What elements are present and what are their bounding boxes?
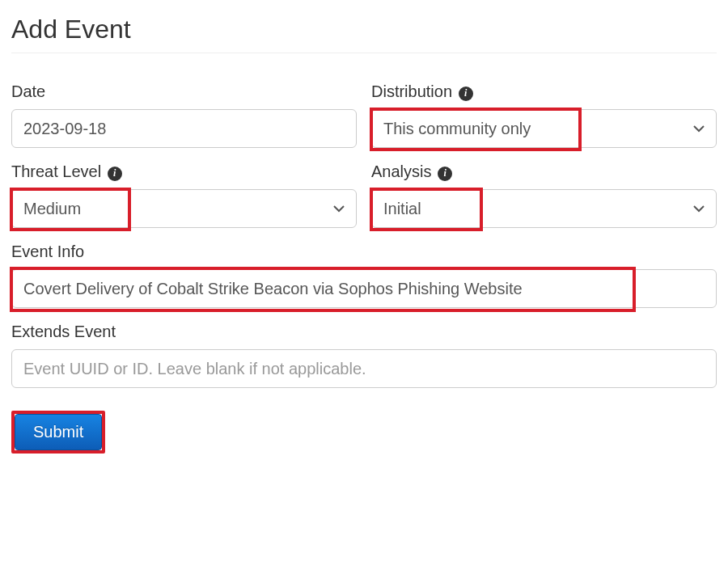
date-input[interactable] [11,109,357,148]
group-date: Date [11,82,357,148]
analysis-select[interactable]: Initial [371,189,717,228]
label-threat-level: Threat Level i [11,162,357,181]
title-divider [11,53,717,53]
analysis-select-wrap: Initial [371,189,717,228]
distribution-select[interactable]: This community only [371,109,717,148]
group-threat-level: Threat Level i Medium [11,162,357,228]
extends-event-input[interactable] [11,349,717,388]
group-distribution: Distribution i This community only [371,82,717,148]
label-distribution: Distribution i [371,82,717,101]
label-analysis: Analysis i [371,162,717,181]
row-threat-analysis: Threat Level i Medium Analysis i Initial [11,162,717,228]
event-info-input[interactable] [11,269,717,308]
label-extends-event: Extends Event [11,323,717,341]
event-info-wrap [11,269,717,308]
group-extends-event: Extends Event [11,323,717,388]
row-event-info: Event Info [11,243,717,308]
label-distribution-text: Distribution [371,82,452,100]
row-extends-event: Extends Event [11,323,717,388]
label-event-info: Event Info [11,243,717,261]
distribution-select-wrap: This community only [371,109,717,148]
label-date: Date [11,82,357,101]
label-analysis-text: Analysis [371,162,431,180]
threat-level-select[interactable]: Medium [11,189,357,228]
info-icon[interactable]: i [108,167,122,181]
group-event-info: Event Info [11,243,717,308]
page-title: Add Event [11,15,717,44]
row-date-distribution: Date Distribution i This community only [11,82,717,148]
label-threat-level-text: Threat Level [11,162,101,180]
group-analysis: Analysis i Initial [371,162,717,228]
submit-button[interactable]: Submit [15,414,102,450]
highlight-submit: Submit [11,411,105,454]
threat-level-select-wrap: Medium [11,189,357,228]
info-icon[interactable]: i [459,86,473,101]
info-icon[interactable]: i [438,167,452,181]
